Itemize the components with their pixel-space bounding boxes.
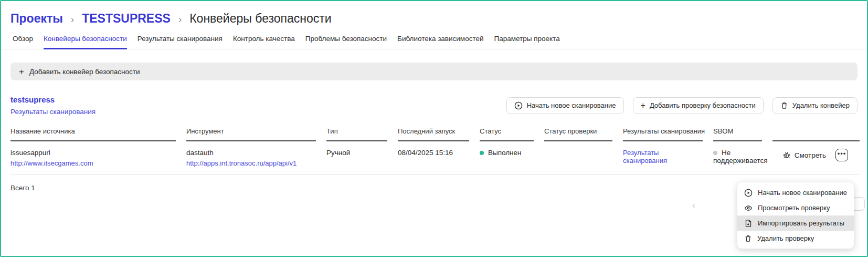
add-check-button[interactable]: + Добавить проверку безопасности (633, 97, 764, 114)
start-scan-button[interactable]: Начать новое сканирование (506, 97, 624, 114)
col-sbom: SBOM (713, 127, 772, 141)
start-scan-label: Начать новое сканирование (527, 101, 616, 109)
col-tool: Инструмент (186, 127, 326, 141)
table-row: issuesappurl http://www.itsecgames.com d… (10, 141, 860, 174)
cell-status: Выполнен (480, 141, 544, 174)
cell-sbom: Не поддерживается (713, 141, 772, 174)
trash-icon (744, 234, 752, 243)
view-button[interactable]: Смотреть (782, 151, 826, 159)
col-last-run: Последний запуск (398, 127, 480, 141)
chevron-right-icon: › (178, 14, 182, 25)
pipeline-header: testsupress Результаты сканирования Нача… (10, 95, 858, 116)
delete-pipeline-label: Удалить конвейер (792, 101, 850, 109)
cell-last-run: 08/04/2025 15:16 (398, 141, 480, 174)
trash-icon (780, 101, 788, 110)
tool-name: dastauth (186, 149, 316, 157)
row-context-menu: Начать новое сканирование Просмотреть пр… (737, 182, 854, 249)
tab-security-issues[interactable]: Проблемы безопасности (305, 35, 387, 49)
breadcrumb-projects-link[interactable]: Проекты (10, 12, 63, 26)
add-pipeline-button[interactable]: + Добавить конвейер безопасности (10, 63, 858, 80)
menu-item-import-results[interactable]: Импортировать результаты (737, 215, 854, 231)
cell-tool: dastauth http://apps.int.tronasoc.ru/app… (186, 141, 326, 174)
source-url-link[interactable]: http://www.itsecgames.com (10, 159, 93, 167)
tab-overview[interactable]: Обзор (13, 35, 33, 49)
delete-pipeline-button[interactable]: Удалить конвейер (772, 97, 858, 114)
cell-scan-results: Результаты сканирования (623, 141, 713, 174)
tab-project-settings[interactable]: Параметры проекта (494, 35, 560, 49)
cell-actions: Смотреть ••• (772, 141, 860, 174)
file-import-icon (744, 219, 753, 228)
col-source-name: Название источника (10, 127, 186, 141)
status-text: Выполнен (488, 149, 522, 157)
pipeline-results-link[interactable]: Результаты сканирования (10, 108, 96, 116)
breadcrumb-project-link[interactable]: TESTSUPRESS (82, 12, 171, 26)
cell-check-status (544, 141, 623, 174)
table-header-row: Название источника Инструмент Тип Послед… (10, 127, 860, 141)
col-scan-results: Результаты сканирования (623, 127, 713, 141)
plus-icon: + (19, 67, 24, 76)
breadcrumb: Проекты › TESTSUPRESS › Конвейеры безопа… (1, 1, 867, 26)
scan-results-link[interactable]: Результаты сканирования (623, 149, 667, 165)
sbom-dot-gray (713, 151, 717, 155)
bug-icon (782, 151, 791, 159)
col-check-status: Статус проверки (544, 127, 623, 141)
cell-type: Ручной (326, 141, 398, 174)
col-type: Тип (326, 127, 398, 141)
total-count: Всего 1 (10, 184, 858, 192)
app-window: Проекты › TESTSUPRESS › Конвейеры безопа… (0, 0, 868, 257)
view-label: Смотреть (795, 151, 826, 159)
tab-bar: Обзор Конвейеры безопасности Результаты … (1, 35, 867, 49)
cell-source: issuesappurl http://www.itsecgames.com (10, 141, 186, 174)
chevron-right-icon: › (71, 14, 74, 25)
col-status: Статус (480, 127, 544, 141)
pipelines-table: Название источника Инструмент Тип Послед… (10, 127, 860, 174)
play-circle-icon (744, 189, 753, 197)
tab-scan-results[interactable]: Результаты сканирования (137, 35, 223, 49)
page-title: Конвейеры безопасности (189, 12, 331, 26)
plus-icon: + (641, 101, 645, 110)
pipeline-actions: Начать новое сканирование + Добавить про… (506, 97, 858, 114)
status-dot-green (480, 151, 484, 155)
tool-url-link[interactable]: http://apps.int.tronasoc.ru/app/api/v1 (186, 159, 297, 167)
add-check-label: Добавить проверку безопасности (650, 101, 756, 109)
source-name: issuesappurl (10, 149, 176, 157)
pipeline-name-link[interactable]: testsupress (10, 95, 96, 104)
play-circle-icon (514, 101, 523, 110)
sbom-status-text: Не поддерживается (713, 149, 768, 165)
col-actions (772, 127, 860, 141)
more-actions-button[interactable]: ••• (835, 149, 848, 161)
menu-item-start-scan[interactable]: Начать новое сканирование (737, 185, 854, 200)
tab-security-pipelines[interactable]: Конвейеры безопасности (44, 35, 127, 49)
pipeline-title-block: testsupress Результаты сканирования (10, 95, 96, 116)
pagination-prev-icon[interactable]: ‹ (692, 200, 695, 211)
menu-item-delete-check[interactable]: Удалить проверку (737, 231, 854, 246)
add-pipeline-label: Добавить конвейер безопасности (29, 68, 140, 76)
menu-item-view-check[interactable]: Просмотреть проверку (737, 200, 854, 215)
tab-dependency-library[interactable]: Библиотека зависимостей (397, 35, 483, 49)
tab-quality-control[interactable]: Контроль качества (233, 35, 295, 49)
eye-icon (744, 204, 753, 212)
